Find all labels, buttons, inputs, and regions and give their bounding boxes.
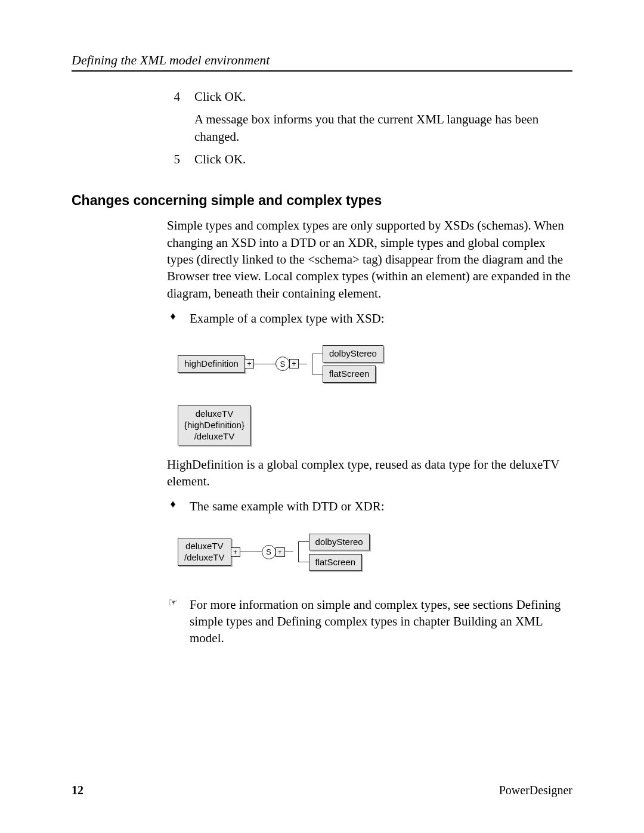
connector-line [298,541,309,542]
page-number: 12 [72,784,83,797]
connector-line [312,374,323,374]
numbered-steps: 4 Click OK. A message box informs you th… [167,88,572,168]
connector-line [240,552,262,552]
step-extra-text: A message box informs you that the curre… [194,111,572,145]
diagram-extra-line: /deluxeTV [184,431,244,442]
expander-icon: + [275,547,285,557]
bullet-icon: ♦ [167,310,179,327]
connector-line [312,354,323,354]
step-body: Click OK. A message box informs you that… [194,88,572,145]
step-text: Click OK. [194,89,246,104]
footer-brand: PowerDesigner [499,784,572,797]
list-item: ♦ Example of a complex type with XSD: [167,310,572,327]
diagram-extra-box: deluxeTV {highDefinition} /deluxeTV [178,405,251,445]
list-item: ♦ The same example with DTD or XDR: [167,498,572,515]
diagram-child-box: dolbyStereo [323,345,383,362]
header-rule [72,70,572,72]
see-also-list: ☞ For more information on simple and com… [167,596,572,647]
bullet-text: Example of a complex type with XSD: [190,310,572,327]
body-content: 4 Click OK. A message box informs you th… [167,88,572,168]
diagram-child-box: flatScreen [323,366,376,382]
bullet-list: ♦ Example of a complex type with XSD: [167,310,572,327]
expander-icon: + [244,359,254,368]
diagram-branch: dolbyStereo flatScreen [298,532,370,572]
list-item: ☞ For more information on simple and com… [167,596,572,647]
diagram-root-line: deluxeTV [184,541,225,552]
bullet-icon: ♦ [167,498,179,515]
running-head: Defining the XML model environment [72,52,572,68]
diagram-child-box: dolbyStereo [309,534,370,550]
connector-line [285,552,293,552]
diagram-root-box: highDefinition [178,355,245,373]
bullet-list: ♦ The same example with DTD or XDR: [167,498,572,515]
sequence-icon: S [262,545,276,559]
diagram-xsd: highDefinition + S + dolbyStereo flatScr… [178,343,383,445]
diagram-extra-line: {highDefinition} [184,420,244,431]
step-item: 4 Click OK. A message box informs you th… [167,88,572,145]
see-also-text: For more information on simple and compl… [190,596,572,647]
diagram-leaf: dolbyStereo [298,532,370,552]
expander-icon: + [231,547,240,557]
connector-line [298,542,299,562]
diagram-branch: dolbyStereo flatScreen [312,343,383,384]
sequence-icon: S [275,357,290,371]
connector-line [254,364,275,364]
page-footer: 12 PowerDesigner [72,784,572,797]
pointer-icon: ☞ [167,596,179,647]
connector-line [299,364,307,364]
connector-line [312,354,312,374]
diagram-dtd: deluxeTV /deluxeTV + S + dolbyStereo [178,532,370,572]
expander-icon: + [289,359,299,368]
diagram-extra-line: deluxeTV [184,408,244,420]
step-text: Click OK. [194,152,246,166]
section-content: Simple types and complex types are only … [167,217,572,646]
step-number: 5 [167,151,180,168]
diagram-leaf: flatScreen [312,364,383,384]
page: Defining the XML model environment 4 Cli… [0,0,644,833]
diagram-root-box: deluxeTV /deluxeTV [178,538,231,566]
step-number: 4 [167,88,180,145]
connector-line [298,562,309,562]
diagram1-caption: HighDefinition is a global complex type,… [167,456,572,490]
section-intro: Simple types and complex types are only … [167,217,572,302]
step-item: 5 Click OK. [167,151,572,168]
section-heading: Changes concerning simple and complex ty… [72,193,572,209]
diagram-leaf: dolbyStereo [312,343,383,364]
diagram-leaf: flatScreen [298,552,370,572]
diagram-child-box: flatScreen [309,554,363,571]
diagram-root-line: /deluxeTV [184,552,225,563]
step-body: Click OK. [194,151,572,168]
bullet-text: The same example with DTD or XDR: [190,498,572,515]
